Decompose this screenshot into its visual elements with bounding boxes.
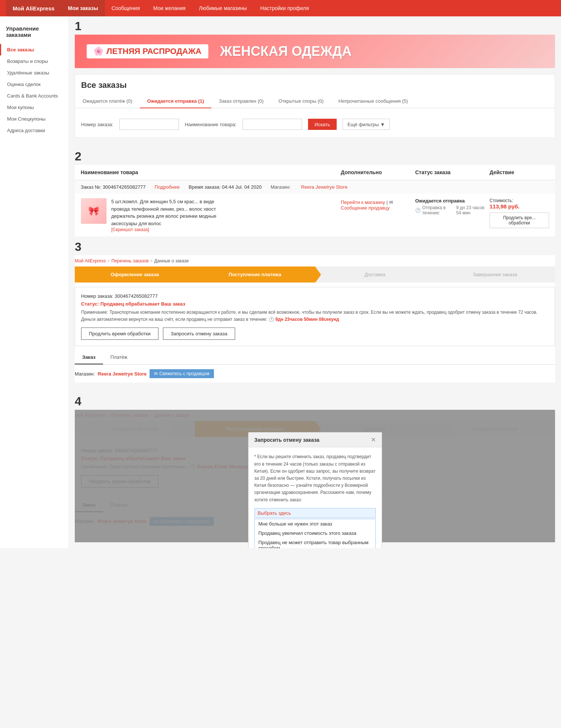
order-action: Стоимость: 113,98 руб. Продлить вре... о…: [490, 198, 549, 228]
product-name-input[interactable]: [243, 119, 302, 130]
detail-actions: Продлить время обработки Запросить отмен…: [81, 328, 549, 340]
envelope-icon-3: ✉: [154, 371, 158, 376]
order-status-timer: 🕐 Отправка в течение: 9 дн 23 часов 54 м…: [415, 205, 490, 215]
order-price: 113,98 руб.: [490, 203, 549, 210]
more-filters-label: Ещё фильтры: [347, 122, 379, 127]
breadcrumb-sep1: >: [108, 258, 110, 264]
banner-sale: 🌸 ЛЕТНЯЯ РАСПРОДАЖА: [87, 44, 208, 58]
banner-title: ЖЕНСКАЯ ОДЕЖДА: [220, 44, 352, 59]
order-status: Ожидается отправка 🕐 Отправка в течение:…: [415, 198, 490, 215]
tab-waiting-shipment[interactable]: Ожидается отправка (1): [140, 95, 212, 108]
breadcrumb-sep2: >: [150, 258, 153, 264]
product-name: 5 шт./компл. Для женщин 5,5 см крас... в…: [111, 198, 230, 227]
order-additional: Перейти к магазину | ✉ Сообщение продавц…: [341, 198, 415, 211]
store-name-3[interactable]: Reera Jewelrye Store: [98, 371, 147, 377]
store-go-label: Перейти к магазину | ✉ Сообщение продавц…: [341, 199, 415, 211]
search-button[interactable]: Искать: [308, 119, 337, 130]
message-seller-link[interactable]: Сообщение продавцу: [341, 205, 390, 211]
extend-button-3[interactable]: Продлить время обработки: [81, 328, 158, 340]
modal-title: Запросить отмену заказа: [254, 437, 320, 443]
order-detail-note: Примечание: Транспортные компании постеп…: [81, 309, 549, 323]
extend-processing-button[interactable]: Продлить вре... обработки: [490, 213, 549, 228]
order-number-label: Номер заказа:: [81, 122, 113, 127]
store-row-3: Магазин: Reera Jewelrye Store ✉ Свяжитес…: [75, 365, 555, 383]
main-layout: Управление заказами Все заказы Возвраты …: [0, 16, 561, 548]
sidebar-item-deals[interactable]: Оценка сделок: [0, 79, 68, 90]
col-status: Статус заказа: [415, 169, 490, 175]
order-timer: 🕐 9дн 23часов 50мин 08секунд: [269, 317, 339, 322]
order-detail-link[interactable]: Подробнее: [155, 184, 180, 190]
step-order: Оформление заказа: [75, 266, 195, 282]
sidebar-item-cards[interactable]: Cards & Bank Accounts: [0, 90, 68, 102]
clock-icon: 🕐: [415, 208, 421, 213]
go-to-store-link[interactable]: Перейти к магазину: [341, 199, 385, 205]
sidebar-item-special-coupons[interactable]: Мои Спецкупоны: [0, 113, 68, 125]
filter-tabs: Ожидается платёж (0) Ожидается отправка …: [75, 95, 555, 108]
nav-settings[interactable]: Настройки профиля: [254, 0, 316, 16]
order-detail-status: Статус: Продавец обрабатывает Ваш заказ: [81, 301, 549, 307]
modal-header: Запросить отмену заказа ✕: [249, 432, 382, 447]
modal-overlay: Запросить отмену заказа ✕ * Если вы реши…: [75, 410, 555, 542]
sidebar-item-all-orders[interactable]: Все заказы: [0, 44, 68, 55]
sidebar-item-addresses[interactable]: Адреса доставки: [0, 125, 68, 136]
sidebar-item-returns[interactable]: Возвраты и споры: [0, 55, 68, 67]
step-payment: Поступление платежа: [195, 266, 315, 282]
tab-shipped[interactable]: Заказ отправлен (0): [211, 95, 271, 108]
logo[interactable]: Мой AliExpress: [6, 0, 61, 16]
modal-selected-option[interactable]: Выбрать здесь: [254, 508, 376, 518]
nav-fav-stores[interactable]: Любимые магазины: [192, 0, 254, 16]
order-store-label: Магазин:: [270, 184, 291, 190]
product-image: 🎀: [81, 198, 107, 224]
chevron-down-icon: ▼: [380, 122, 385, 127]
tab-payment[interactable]: Платёж: [103, 351, 135, 364]
envelope-icon: ✉: [389, 199, 393, 205]
more-filters-button[interactable]: Ещё фильтры ▼: [343, 119, 390, 130]
modal-option-1[interactable]: Мне больше не нужен этот заказ: [255, 519, 375, 529]
modal-close-button[interactable]: ✕: [371, 436, 376, 443]
nav-messages[interactable]: Сообщения: [105, 0, 147, 16]
col-action: Действие: [490, 169, 549, 175]
sidebar-item-coupons[interactable]: Мои купоны: [0, 102, 68, 113]
tab-waiting-payment[interactable]: Ожидается платёж (0): [75, 95, 140, 108]
nav-orders[interactable]: Мои заказы: [61, 0, 105, 16]
breadcrumb-orders-list[interactable]: Перечень заказов: [112, 258, 149, 264]
modal-body: * Если вы решите отменить заказ, продаве…: [249, 447, 382, 548]
section-number-3: 3: [75, 237, 555, 255]
order-number-input[interactable]: [119, 119, 179, 130]
tab-disputes[interactable]: Открытые споры (0): [271, 95, 331, 108]
top-nav: Мой AliExpress Мои заказы Сообщения Мои …: [0, 0, 561, 16]
order-product: 🎀 5 шт./компл. Для женщин 5,5 см крас...…: [81, 198, 341, 232]
sidebar: Управление заказами Все заказы Возвраты …: [0, 16, 69, 548]
order-status-label: Ожидается отправка: [415, 198, 490, 204]
section-number-2: 2: [75, 147, 555, 165]
breadcrumb-current: Данные о заказе: [154, 258, 189, 264]
nav-wishlist[interactable]: Мои желания: [147, 0, 192, 16]
product-screenshot-link[interactable]: [Скриншот заказа]: [111, 227, 230, 232]
step-delivery: Доставка: [315, 266, 435, 282]
cancel-order-button-3[interactable]: Запросить отмену заказа: [163, 328, 235, 340]
breadcrumb-home[interactable]: Мой AliExpress: [75, 258, 106, 264]
tab-order[interactable]: Заказ: [75, 351, 103, 364]
section3-wrapper: Мой AliExpress > Перечень заказов > Данн…: [75, 255, 555, 383]
section-number-4: 4: [75, 392, 555, 410]
section-number-1: 1: [75, 16, 555, 35]
order-time-label: Время заказа: 04:44 Jul. 04 2020: [189, 184, 262, 190]
order-detail-box: Номер заказа: 3004674265082777 Статус: П…: [75, 287, 555, 346]
content-area: 1 🌸 ЛЕТНЯЯ РАСПРОДАЖА ЖЕНСКАЯ ОДЕЖДА Все…: [69, 16, 561, 548]
section1-wrapper: Все заказы Ожидается платёж (0) Ожидаетс…: [75, 74, 555, 138]
order-meta: Заказ №: 3004674265082777 Подробнее Врем…: [75, 181, 555, 194]
col-product-name: Наименование товара: [81, 169, 341, 175]
sidebar-item-deleted[interactable]: Удалённые заказы: [0, 67, 68, 79]
tab-unread[interactable]: Непрочитанные сообщения (5): [331, 95, 416, 108]
section2-wrapper: Наименование товара Дополнительно Статус…: [75, 165, 555, 237]
page-title: Все заказы: [81, 80, 549, 90]
modal-note-text: * Если вы решите отменить заказ, продаве…: [254, 453, 376, 503]
contact-seller-button-3[interactable]: ✉ Свяжитесь с продавцом: [150, 369, 214, 378]
search-bar: Номер заказа: Наименование товара: Искат…: [75, 114, 555, 134]
modal-option-2[interactable]: Продавец увеличил стоимость этого заказа: [255, 529, 375, 538]
modal-option-3[interactable]: Продавец не может отправить товар выбран…: [255, 538, 375, 548]
sidebar-title: Управление заказами: [0, 22, 68, 44]
step-complete: Завершение заказа: [435, 266, 555, 282]
order-content: 🎀 5 шт./компл. Для женщин 5,5 см крас...…: [75, 194, 555, 237]
order-store-name[interactable]: Reera Jewelrye Store: [301, 184, 347, 190]
